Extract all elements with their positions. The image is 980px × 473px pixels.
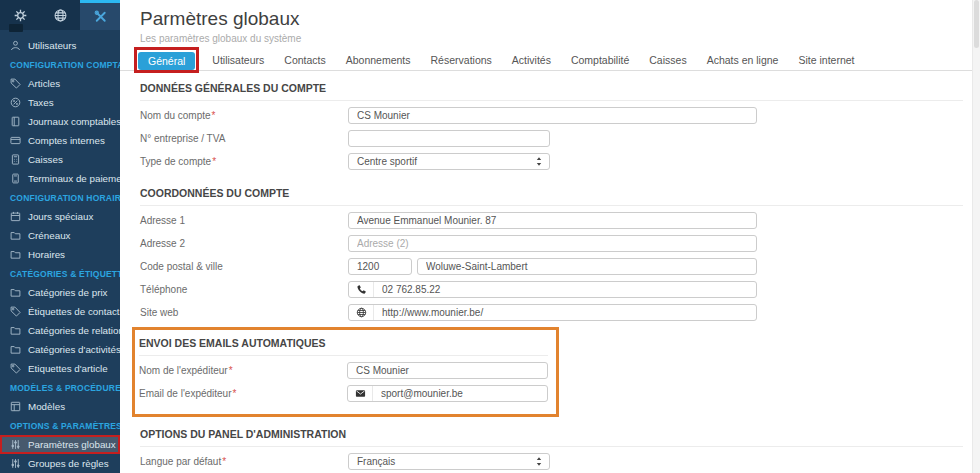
tab-abonnements[interactable]: Abonnements [336,51,421,69]
section-coordonnees: COORDONNÉES DU COMPTE Adresse 1 Adresse … [140,176,980,321]
annotation-box-orange: ENVOI DES EMAILS AUTOMATIQUES Nom de l'e… [132,327,559,417]
section-donnees-generales: DONNÉES GÉNÉRALES DU COMPTE Nom du compt… [140,71,980,170]
tab-comptabilite[interactable]: Comptabilité [561,51,639,69]
sidebar-item-horaires[interactable]: Horaires [0,245,120,264]
tab-achats-en-ligne[interactable]: Achats en ligne [697,51,789,69]
sender-email-input[interactable] [373,388,547,399]
phone-icon [349,282,374,297]
address2-input[interactable] [348,235,757,252]
field-label-code-postal-ville: Code postal & ville [140,261,348,272]
section-title: ENVOI DES EMAILS AUTOMATIQUES [139,330,548,356]
sidebar-item-etiquettes-darticle[interactable]: Etiquettes d'article [0,359,120,378]
address1-input[interactable] [348,212,757,229]
tab-reservations[interactable]: Réservations [421,51,502,69]
sidebar-section-modeles-procedures: MODÈLES & PROCÉDURES [0,378,120,397]
field-label-nom-expediteur: Nom de l'expéditeur* [139,365,347,376]
field-label-nom-du-compte: Nom du compte* [140,110,348,121]
account-type-select[interactable]: Centre sportif [348,153,550,170]
phone-input-group [348,281,757,298]
sidebar-item-caisses[interactable]: Caisses [0,150,120,169]
field-label-langue-par-defaut: Langue par défaut* [140,456,348,467]
website-input[interactable] [374,307,756,318]
sidebar-item-etiquettes-de-contact[interactable]: Étiquettes de contact [0,302,120,321]
account-name-input[interactable] [348,107,757,124]
tab-utilisateurs[interactable]: Utilisateurs [202,51,274,69]
tools-icon [93,9,108,24]
sidebar-item-taxes[interactable]: Taxes [0,93,120,112]
sidebar-item-parametres-globaux[interactable]: Paramètres globaux [0,435,120,454]
default-language-select[interactable]: Français [348,453,550,470]
main-content: Parmètres globaux Les paramètres globaux… [120,0,980,473]
tab-contacts[interactable]: Contacts [274,51,335,69]
section-title: DONNÉES GÉNÉRALES DU COMPTE [140,71,963,101]
sidebar-item-categories-de-prix[interactable]: Catégories de prix [0,283,120,302]
folder-icon [10,287,21,298]
sidebar-top-tab-tools[interactable] [80,0,120,30]
tab-activites[interactable]: Activités [502,51,561,69]
folder-icon [10,344,21,355]
tag-icon [10,363,21,374]
sidebar-section-configuration-horaires: CONFIGURATION HORAIRES [0,188,120,207]
sidebar-item-modeles[interactable]: Modèles [0,397,120,416]
gear-icon [13,8,28,23]
template-icon [10,401,21,412]
sidebar-item-groupes-de-regles[interactable]: Groupes de règles [0,454,120,473]
field-label-tva: N° entreprise / TVA [140,133,348,144]
sidebar-top-tab-globe[interactable] [40,0,80,30]
section-options-panel-admin: OPTIONS DU PANEL D'ADMINISTRATION Langue… [140,417,980,473]
page-header: Parmètres globaux Les paramètres globaux… [120,0,980,44]
tab-general[interactable]: Général [138,52,195,70]
tab-caisses[interactable]: Caisses [639,51,696,69]
tab-site-internet[interactable]: Site internet [788,51,864,69]
sender-name-input[interactable] [347,362,548,379]
sidebar-item-articles[interactable]: Articles [0,74,120,93]
tag-icon [10,78,21,89]
tag-icon [10,306,21,317]
envelope-icon [348,386,373,401]
select-arrows-icon [535,156,543,167]
website-input-group [348,304,757,321]
city-input[interactable] [417,258,757,275]
sidebar-item-comptes-internes[interactable]: Comptes internes [0,131,120,150]
field-label-type-de-compte: Type de compte* [140,156,348,167]
vat-input[interactable] [348,130,550,147]
terminal-icon [10,173,21,184]
globe-icon [349,305,374,320]
sliders-icon [10,458,21,469]
sidebar-item-creneaux[interactable]: Créneaux [0,226,120,245]
sliders-icon [10,439,21,450]
folder-icon [10,230,21,241]
field-label-email-expediteur: Email de l'expéditeur* [139,388,347,399]
tab-bar: Général Utilisateurs Contacts Abonnement… [120,44,980,71]
sidebar-section-configuration-compta: CONFIGURATION COMPTA [0,55,120,74]
zip-input[interactable] [348,258,412,275]
percent-icon [10,97,21,108]
annotation-box-red-tab: Général [134,47,199,73]
section-envoi-emails: ENVOI DES EMAILS AUTOMATIQUES Nom de l'e… [139,330,548,402]
sidebar-item-journaux-comptables[interactable]: Journaux comptables [0,112,120,131]
sidebar-item-utilisateurs[interactable]: Utilisateurs [0,36,120,55]
section-title: COORDONNÉES DU COMPTE [140,176,963,206]
user-icon [10,40,21,51]
sidebar-item-categories-de-relation[interactable]: Catégories de relation [0,321,120,340]
page-title: Parmètres globaux [140,8,980,30]
page-subtitle: Les paramètres globaux du système [140,33,980,44]
sidebar-item-terminaux-de-paiement[interactable]: Terminaux de paiement [0,169,120,188]
sidebar-item-jours-speciaux[interactable]: Jours spéciaux [0,207,120,226]
sidebar-section-options-parametres: OPTIONS & PARAMÈTRES [0,416,120,435]
folder-icon [10,249,21,260]
scrollbar-thumb[interactable] [974,0,979,48]
field-label-adresse-2: Adresse 2 [140,238,348,249]
calculator-icon [10,154,21,165]
sidebar-menu: Utilisateurs CONFIGURATION COMPTA Articl… [0,30,120,473]
sender-email-input-group [347,385,548,402]
settings-form: DONNÉES GÉNÉRALES DU COMPTE Nom du compt… [120,71,980,473]
vertical-scrollbar[interactable] [972,0,980,473]
phone-input[interactable] [374,284,756,295]
card-icon [10,135,21,146]
tooltip-artifact [9,24,23,32]
sidebar-section-categories-etiquettes: CATÉGORIES & ÉTIQUETTES [0,264,120,283]
field-label-adresse-1: Adresse 1 [140,215,348,226]
book-icon [10,116,21,127]
sidebar-item-categories-dactivites[interactable]: Catégories d'activités [0,340,120,359]
